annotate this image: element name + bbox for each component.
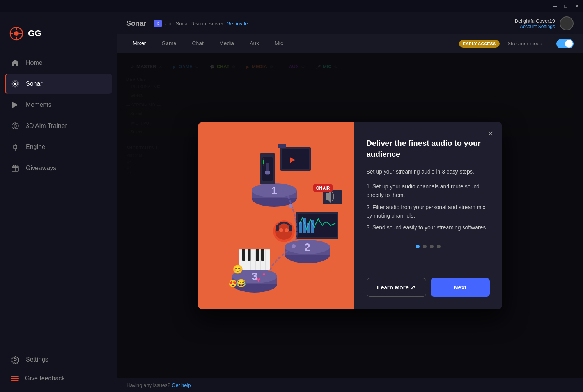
svg-text:😍: 😍 — [229, 279, 237, 288]
toggle-knob — [565, 40, 573, 48]
sidebar-item-home[interactable]: Home — [5, 53, 112, 73]
svg-text:ON AIR: ON AIR — [316, 186, 330, 190]
get-invite-link[interactable]: Get invite — [227, 21, 248, 27]
svg-point-43 — [279, 228, 283, 232]
tab-chat[interactable]: Chat — [186, 37, 210, 50]
sidebar-item-settings[interactable]: Settings — [5, 350, 112, 369]
modal-close-button[interactable]: ✕ — [485, 128, 496, 139]
modal-step-3: 3. Send sound easily to your streaming s… — [367, 223, 490, 232]
account-name: DelightfulCover19 — [515, 18, 555, 24]
modal-pagination-dots — [367, 245, 490, 248]
steelseries-logo-icon — [9, 27, 23, 41]
sidebar-item-sonar[interactable]: Sonar — [5, 74, 112, 94]
give-feedback-label: Give feedback — [25, 375, 65, 382]
feedback-icon — [11, 376, 19, 381]
next-button[interactable]: Next — [431, 278, 490, 297]
dot-2[interactable] — [423, 245, 427, 248]
discord-icon: D — [154, 20, 162, 27]
streamer-mode-toggle[interactable] — [556, 39, 574, 48]
logo-area: GG — [0, 20, 117, 53]
sidebar-item-moments-label: Moments — [26, 101, 51, 108]
sidebar-item-moments[interactable]: Moments — [5, 95, 112, 115]
engine-icon — [11, 143, 19, 151]
sidebar-item-settings-label: Settings — [26, 356, 48, 363]
dot-4[interactable] — [437, 245, 441, 248]
svg-rect-40 — [278, 144, 286, 148]
sidebar-item-engine[interactable]: Engine — [5, 137, 112, 157]
tab-media[interactable]: Media — [213, 37, 240, 50]
dot-3[interactable] — [430, 245, 434, 248]
page-title: Sonar — [126, 20, 146, 28]
settings-icon — [11, 355, 19, 364]
onboarding-modal: 1 — [198, 122, 502, 309]
discord-text: Join Sonar Discord server — [165, 21, 223, 27]
svg-point-11 — [14, 125, 16, 127]
tab-mic[interactable]: Mic — [268, 37, 289, 50]
discord-banner: D Join Sonar Discord server Get invite — [154, 20, 248, 27]
sidebar-item-giveaways[interactable]: Giveaways — [5, 158, 112, 178]
modal-illustration: 1 — [198, 122, 354, 309]
svg-rect-70 — [261, 249, 264, 261]
svg-marker-9 — [12, 102, 18, 108]
svg-rect-53 — [299, 222, 302, 233]
tab-mixer[interactable]: Mixer — [126, 37, 152, 50]
sidebar-item-aim-label: 3D Aim Trainer — [26, 122, 67, 129]
minimize-button[interactable]: — — [552, 3, 558, 9]
home-icon — [11, 59, 19, 67]
sidebar-item-giveaways-label: Giveaways — [26, 165, 56, 172]
close-button[interactable]: ✕ — [574, 3, 580, 9]
modal-content-area: ✕ Deliver the finest audio to your audie… — [354, 122, 502, 309]
title-bar: — □ ✕ — [0, 0, 583, 12]
svg-rect-46 — [289, 225, 292, 231]
modal-intro: Set up your streaming audio in 3 easy st… — [367, 167, 490, 176]
modal-steps: Set up your streaming audio in 3 easy st… — [367, 167, 490, 235]
modal-step-2: 2. Filter audio from your personal and s… — [367, 203, 490, 220]
svg-point-81 — [289, 204, 293, 208]
app-layout: GG Home — [0, 12, 583, 392]
modal-actions: Learn More ↗ Next — [367, 278, 490, 297]
divider-icon: | — [547, 40, 549, 47]
learn-more-button[interactable]: Learn More ↗ — [367, 278, 426, 297]
svg-text:♥: ♥ — [262, 272, 265, 277]
logo-text: GG — [28, 28, 41, 39]
maximize-button[interactable]: □ — [563, 3, 569, 9]
sonar-icon — [11, 80, 19, 88]
sidebar-item-aim-trainer[interactable]: 3D Aim Trainer — [5, 116, 112, 136]
modal-step-1: 1. Set up your audio channels and route … — [367, 182, 490, 200]
status-bar: Having any issues? Get help — [117, 378, 583, 392]
tab-bar: Mixer Game Chat Media Aux Mic EARLY ACCE… — [117, 34, 583, 53]
sidebar-item-home-label: Home — [26, 59, 43, 66]
svg-point-82 — [292, 244, 296, 248]
sidebar: GG Home — [0, 12, 117, 392]
sidebar-nav: Home Sonar — [0, 53, 117, 345]
main-content: Sonar D Join Sonar Discord server Get in… — [117, 12, 583, 392]
svg-text:1: 1 — [271, 184, 277, 197]
svg-rect-69 — [256, 249, 259, 261]
svg-text:2: 2 — [304, 241, 310, 253]
dot-1[interactable] — [416, 245, 420, 248]
svg-point-1 — [14, 31, 19, 36]
tab-aux[interactable]: Aux — [243, 37, 265, 50]
svg-text:😂: 😂 — [236, 278, 246, 288]
get-help-link[interactable]: Get help — [172, 382, 191, 388]
give-feedback-button[interactable]: Give feedback — [5, 369, 112, 387]
issues-text: Having any issues? — [126, 382, 170, 388]
account-settings-link[interactable]: Account Settings — [515, 24, 555, 29]
sidebar-bottom: Settings Give feedback — [0, 345, 117, 392]
svg-rect-36 — [263, 160, 264, 164]
top-bar-right: DelightfulCover19 Account Settings — [515, 16, 574, 30]
sidebar-item-sonar-label: Sonar — [26, 80, 43, 87]
svg-rect-56 — [311, 220, 314, 233]
avatar — [560, 16, 574, 30]
giveaways-icon — [11, 164, 19, 172]
early-access-badge: EARLY ACCESS — [459, 40, 500, 48]
svg-rect-38 — [282, 149, 309, 169]
account-info: DelightfulCover19 Account Settings — [515, 18, 555, 29]
svg-point-6 — [14, 83, 16, 85]
svg-rect-55 — [307, 223, 310, 233]
sidebar-item-engine-label: Engine — [26, 144, 45, 151]
tab-game[interactable]: Game — [155, 37, 183, 50]
svg-point-25 — [14, 358, 16, 361]
top-bar-left: Sonar D Join Sonar Discord server Get in… — [126, 20, 248, 28]
svg-rect-34 — [265, 171, 270, 174]
